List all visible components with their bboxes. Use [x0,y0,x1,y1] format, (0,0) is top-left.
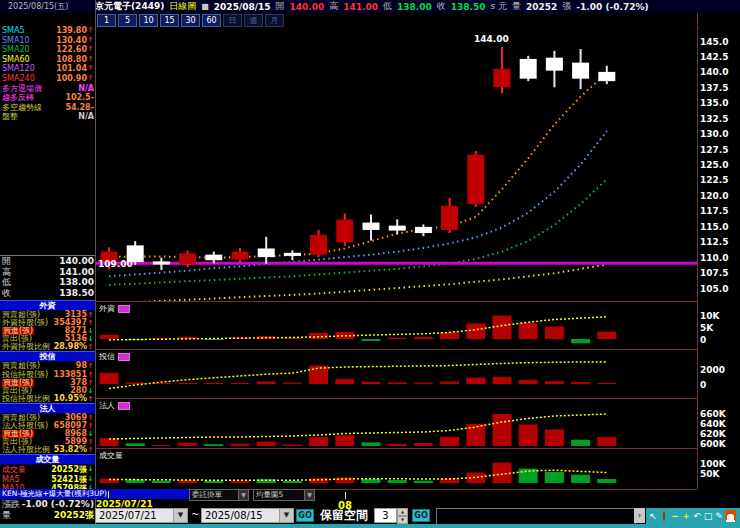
y-axis-tick: 107.5 [700,268,728,278]
cursor-icon[interactable]: ↖ [648,510,658,522]
row-value: 108.80 [56,55,87,65]
undo-icon[interactable]: ↶ [692,510,702,522]
candle-body [389,226,406,231]
row-label: 投信持股比例 [2,395,50,403]
unit-label: s 元 [490,0,507,13]
candle-body [205,255,222,261]
indicator-dropdown-2[interactable]: 均量圖5 ▼ [253,489,315,501]
quick-command-input[interactable] [436,508,636,525]
date-from-picker[interactable]: 2025/07/21 ▼ [95,508,188,523]
bar [545,429,564,446]
timeframe-button-10[interactable]: 10 [139,14,158,27]
row-value: 139.80 [56,26,87,36]
timeframe-button-60[interactable]: 60 [202,14,221,27]
info-row: SMA240100.90↑ [0,74,95,84]
panel-volume[interactable]: 成交量 [96,448,697,490]
bar [100,438,119,446]
fullscreen-icon[interactable]: □ [703,510,713,522]
go-button-2[interactable]: GO [412,509,430,522]
y-axis-tick: 127.5 [700,145,728,155]
timeframe-button-週[interactable]: 週 [244,14,263,27]
bar [571,339,590,343]
candle-body [520,59,537,79]
bar [414,443,433,446]
row-label: 成交量 [2,465,26,474]
up-arrow-icon: ↑ [87,414,94,422]
row-value: 54.28- [65,103,94,113]
timeframe-button-月[interactable]: 月 [265,14,284,27]
change-value: -1.00 (-0.72%) [576,2,648,12]
low-value: 138.00 [397,2,432,12]
panel-foreign-investors[interactable]: 外資 [96,301,697,350]
panel-investment-trust[interactable]: 投信 [96,349,697,399]
timeframe-button-5[interactable]: 5 [118,14,137,27]
info-row: SMA5139.80↑ [0,26,95,36]
draw-pencil-icon[interactable]: ✎ [714,510,724,522]
zoom-out-icon[interactable]: − [670,510,680,522]
alert-bell-icon[interactable] [725,510,736,522]
y-axis-tick: 105.0 [700,284,728,294]
expand-toolbar-button[interactable]: › [634,508,645,523]
reserve-space-label: 保留空間 [320,507,368,524]
x-axis-tick [345,492,346,499]
header-date: 2025/08/15 [214,2,271,12]
y-axis-tick: 122.5 [700,175,728,185]
bar [283,481,302,483]
chevron-down-icon[interactable]: ▼ [279,509,293,522]
row-label: 低 [2,277,11,288]
indicator-dropdown-1[interactable]: 委託掛單 ▼ [189,489,249,501]
row-label: 外資持股比例 [2,343,50,351]
chevron-down-icon[interactable]: ▼ [304,490,314,500]
info-row: 投信持股比例10.95%↑ [0,395,95,403]
spinner-down-icon[interactable]: ▼ [397,516,408,524]
spinner-up-icon[interactable]: ▲ [397,508,408,516]
timeframe-toolbar: 1510153060日週月 [95,13,699,28]
zoom-in-icon[interactable]: ＋ [681,510,691,522]
window-date: 2025/08/15(五) [0,1,90,12]
bar [283,383,302,384]
bar [466,378,485,384]
bar [362,442,381,446]
up-arrow-icon: ↑ [87,379,94,387]
bar [100,373,119,384]
chevron-down-icon[interactable]: ▼ [238,490,248,500]
row-label: SMA120 [2,64,35,74]
y-axis-tick: 145.0 [700,37,728,47]
bar [231,444,250,446]
info-row: 高141.00 [0,267,95,278]
bar [440,382,459,384]
panel-institutions[interactable]: 法人 [96,398,697,449]
clock-icon[interactable] [659,510,669,522]
timeframe-button-日[interactable]: 日 [223,14,242,27]
reserve-space-stepper[interactable]: 3 ▲ ▼ [374,508,408,523]
bar [493,377,512,384]
panel-svg [96,449,697,487]
high-value: 141.00 [343,2,378,12]
ma-line [109,179,607,285]
info-row: SMA60108.80↑ [0,55,95,65]
row-value: 140.00 [59,256,94,267]
timeframe-button-15[interactable]: 15 [160,14,179,27]
timeframe-button-30[interactable]: 30 [181,14,200,27]
bar [414,481,433,483]
date-to-picker[interactable]: 2025/08/15 ▼ [201,508,294,523]
row-label: 多空趨勢線 [2,103,42,113]
go-button[interactable]: GO [296,509,314,522]
bar [231,383,250,384]
bar [178,383,197,384]
timeframe-button-1[interactable]: 1 [97,14,116,27]
bar [388,480,407,483]
down-arrow-icon: ↓ [87,387,94,395]
info-row: SMA20122.60↑ [0,45,95,55]
bar [597,332,616,340]
main-chart-svg [96,27,697,301]
bar [571,382,590,384]
main-candlestick-chart[interactable]: 144.00109.00 [96,27,697,301]
bar [571,440,590,446]
bar [204,481,223,483]
bar [362,382,381,384]
chevron-down-icon[interactable]: ▼ [173,509,187,522]
bar [545,327,564,340]
row-value: 10.95% [54,395,87,403]
x-axis-tick [108,491,109,498]
